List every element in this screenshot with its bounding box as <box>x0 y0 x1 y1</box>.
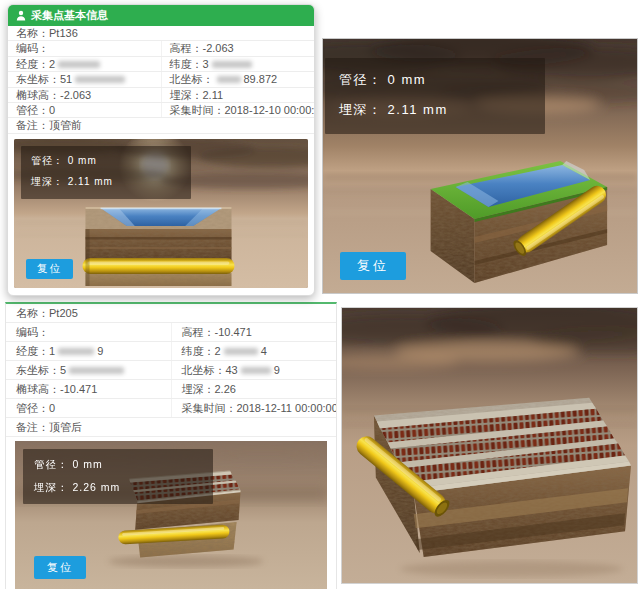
field-collect-time: 采集时间：2018-12-10 00:00:00.000 <box>161 103 315 117</box>
measurement-overlay: 管径： 0 mm 埋深： 2.11 mm <box>21 146 191 199</box>
field-collect-time: 采集时间：2018-12-11 00:00:00.000 <box>171 399 337 417</box>
field-diameter: 管径：0 <box>8 103 161 117</box>
viewer-panel-top-right: 管径： 0 mm 埋深： 2.11 mm 复位 <box>322 38 638 294</box>
point-info-form: 名称：Pt136 编码： 高程：-2.063 经度：2 纬度：3 <box>8 26 314 134</box>
field-remark: 备注：顶管前 <box>8 118 314 132</box>
scene-trench-front-view[interactable]: 管径： 0 mm 埋深： 2.11 mm 复位 <box>14 139 308 288</box>
field-elevation: 高程：-2.063 <box>161 41 315 55</box>
redacted-value <box>241 367 271 374</box>
reset-button[interactable]: 复位 <box>34 556 86 579</box>
popup-title-text: 采集点基本信息 <box>31 8 108 23</box>
scene-lattice-perspective[interactable] <box>342 308 637 583</box>
field-name: 名称：Pt136 <box>8 26 314 40</box>
field-longitude: 经度：1 9 <box>6 342 171 360</box>
burial-depth-text: 埋深： 2.26 mm <box>34 476 202 499</box>
burial-depth-text: 埋深： 2.11 mm <box>339 95 531 125</box>
field-code: 编码： <box>6 323 171 341</box>
field-north-coord: 北坐标： 89.872 <box>161 72 315 86</box>
redacted-value <box>58 61 100 68</box>
scene-lattice-front-view[interactable]: 管径： 0 mm 埋深： 2.26 mm 复位 <box>15 441 327 589</box>
field-latitude: 纬度：2 4 <box>171 342 337 360</box>
field-code: 编码： <box>8 41 161 55</box>
collection-point-popup: 采集点基本信息 名称：Pt136 编码： 高程：-2.063 经度：2 <box>7 4 315 296</box>
redacted-value <box>58 348 94 355</box>
pipe-diameter-text: 管径： 0 mm <box>339 65 531 95</box>
field-diameter: 管径：0 <box>6 399 171 417</box>
burial-depth-text: 埋深： 2.11 mm <box>31 171 181 193</box>
reset-button[interactable]: 复位 <box>26 259 73 279</box>
pipe-diameter-text: 管径： 0 mm <box>34 453 202 476</box>
field-latitude: 纬度：3 <box>161 57 315 71</box>
pipe-diameter-text: 管径： 0 mm <box>31 150 181 172</box>
redacted-value <box>212 61 252 68</box>
scene-trench-perspective[interactable]: 管径： 0 mm 埋深： 2.11 mm 复位 <box>323 39 637 293</box>
field-north-coord: 北坐标：43 9 <box>171 361 337 379</box>
redacted-value <box>69 367 124 374</box>
field-ellipsoid-height: 椭球高：-2.063 <box>8 88 161 102</box>
screenshot-root: 采集点基本信息 名称：Pt136 编码： 高程：-2.063 经度：2 <box>0 0 640 589</box>
measurement-overlay: 管径： 0 mm 埋深： 2.26 mm <box>23 449 213 504</box>
field-east-coord: 东坐标：5 <box>6 361 171 379</box>
field-depth: 埋深：2.26 <box>171 380 337 398</box>
redacted-value <box>217 76 241 83</box>
collection-point-panel: 名称：Pt205 编码： 高程：-10.471 经度：1 9 纬度：2 <box>5 302 337 589</box>
viewer-panel-bottom-right <box>341 307 638 584</box>
3d-render <box>342 308 637 583</box>
pipe <box>82 258 234 274</box>
field-remark: 备注：顶管后 <box>6 418 336 436</box>
field-east-coord: 东坐标：51 <box>8 72 161 86</box>
redacted-value <box>75 76 125 83</box>
popup-titlebar: 采集点基本信息 <box>8 5 314 26</box>
field-longitude: 经度：2 <box>8 57 161 71</box>
reset-button[interactable]: 复位 <box>340 252 406 280</box>
terrain-block <box>82 207 234 286</box>
measurement-overlay: 管径： 0 mm 埋深： 2.11 mm <box>325 58 545 134</box>
field-ellipsoid-height: 椭球高：-10.471 <box>6 380 171 398</box>
field-name: 名称：Pt205 <box>6 304 336 322</box>
redacted-value <box>224 348 258 355</box>
collection-point-icon <box>16 10 26 21</box>
point-info-form: 名称：Pt205 编码： 高程：-10.471 经度：1 9 纬度：2 <box>6 304 336 437</box>
field-depth: 埋深：2.11 <box>161 88 315 102</box>
field-elevation: 高程：-10.471 <box>171 323 337 341</box>
